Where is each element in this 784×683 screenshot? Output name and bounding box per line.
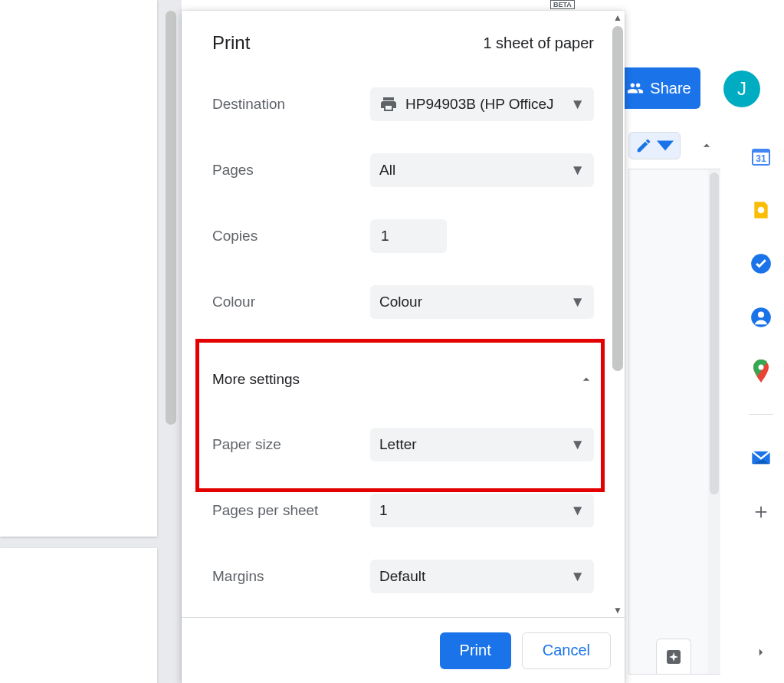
margins-select[interactable]: Default ▼ <box>370 560 594 593</box>
print-button-label: Print <box>460 642 491 659</box>
copies-label: Copies <box>212 228 358 245</box>
printer-icon <box>379 95 398 113</box>
add-addon-button[interactable]: ＋ <box>750 501 772 522</box>
chevron-up-icon <box>579 372 594 387</box>
caret-down-icon <box>657 137 674 154</box>
caret-down-icon: ▼ <box>570 502 585 519</box>
sheet-count: 1 sheet of paper <box>483 34 594 52</box>
scroll-up-arrow[interactable]: ▲ <box>611 11 625 25</box>
collapse-toolbar-button[interactable] <box>691 130 722 161</box>
paper-size-value: Letter <box>379 436 417 453</box>
chevron-right-icon <box>754 645 768 659</box>
print-dialog: Print 1 sheet of paper Destination HP949… <box>182 11 625 683</box>
pages-label: Pages <box>212 162 358 179</box>
explore-icon <box>664 648 683 666</box>
maps-icon[interactable] <box>750 360 772 382</box>
editing-mode-dropdown[interactable] <box>628 132 681 159</box>
pencil-icon <box>635 137 652 154</box>
pages-per-sheet-select[interactable]: 1 ▼ <box>370 494 594 527</box>
document-scrollbar-thumb[interactable] <box>710 172 719 494</box>
keep-icon[interactable] <box>750 199 772 221</box>
svg-text:31: 31 <box>756 153 766 164</box>
print-dialog-body: Print 1 sheet of paper Destination HP949… <box>182 11 625 617</box>
cancel-button[interactable]: Cancel <box>522 632 611 669</box>
svg-point-7 <box>759 365 764 370</box>
avatar-initial: J <box>737 78 746 100</box>
caret-down-icon: ▼ <box>570 436 585 453</box>
scroll-down-arrow[interactable]: ▼ <box>611 603 625 617</box>
destination-select[interactable]: HP94903B (HP OfficeJ ▼ <box>370 87 594 121</box>
copies-input[interactable]: 1 <box>370 219 447 253</box>
pages-value: All <box>379 162 395 179</box>
cancel-button-label: Cancel <box>543 642 590 659</box>
destination-value: HP94903B (HP OfficeJ <box>405 96 585 113</box>
svg-point-3 <box>758 207 765 214</box>
caret-down-icon: ▼ <box>570 162 585 179</box>
share-button[interactable]: Share <box>618 67 700 109</box>
side-panel-separator <box>749 414 773 415</box>
caret-down-icon: ▼ <box>570 294 585 310</box>
explore-button[interactable] <box>656 639 691 674</box>
colour-value: Colour <box>379 294 422 310</box>
more-settings-toggle[interactable]: More settings <box>212 351 594 408</box>
margins-label: Margins <box>212 568 358 585</box>
beta-badge: BETA <box>550 0 575 9</box>
preview-page[interactable] <box>0 0 157 537</box>
tasks-icon[interactable] <box>750 253 772 274</box>
side-panel-collapse-button[interactable] <box>747 639 775 666</box>
paper-size-select[interactable]: Letter ▼ <box>370 428 594 461</box>
print-preview-pane <box>0 0 182 683</box>
margins-value: Default <box>379 568 425 585</box>
caret-down-icon: ▼ <box>570 96 585 113</box>
dialog-scrollbar-thumb[interactable] <box>612 26 623 371</box>
contacts-icon[interactable] <box>750 307 772 328</box>
calendar-icon[interactable]: 31 <box>750 146 772 167</box>
svg-point-6 <box>758 311 764 317</box>
pages-per-sheet-label: Pages per sheet <box>212 502 358 519</box>
paper-size-label: Paper size <box>212 436 358 453</box>
side-panel: 31 ＋ <box>738 138 784 522</box>
dialog-footer: Print Cancel <box>182 617 625 683</box>
dialog-scrollbar: ▲ ▼ <box>611 11 625 617</box>
colour-label: Colour <box>212 294 358 310</box>
dialog-title: Print <box>212 32 250 54</box>
caret-down-icon: ▼ <box>570 568 585 585</box>
print-button[interactable]: Print <box>440 632 511 669</box>
toolbar-right <box>628 130 722 161</box>
people-icon <box>627 80 644 97</box>
destination-label: Destination <box>212 96 358 113</box>
colour-select[interactable]: Colour ▼ <box>370 285 594 319</box>
document-canvas <box>628 169 720 675</box>
more-settings-label: More settings <box>212 371 300 388</box>
mail-addon-icon[interactable] <box>750 447 772 468</box>
copies-value: 1 <box>381 228 389 245</box>
avatar[interactable]: J <box>723 71 760 107</box>
preview-page[interactable] <box>0 548 157 683</box>
pages-select[interactable]: All ▼ <box>370 153 594 187</box>
pages-per-sheet-value: 1 <box>379 502 388 519</box>
share-button-label: Share <box>650 80 691 97</box>
chevron-up-icon <box>699 138 714 153</box>
preview-scrollbar-thumb[interactable] <box>166 11 176 425</box>
